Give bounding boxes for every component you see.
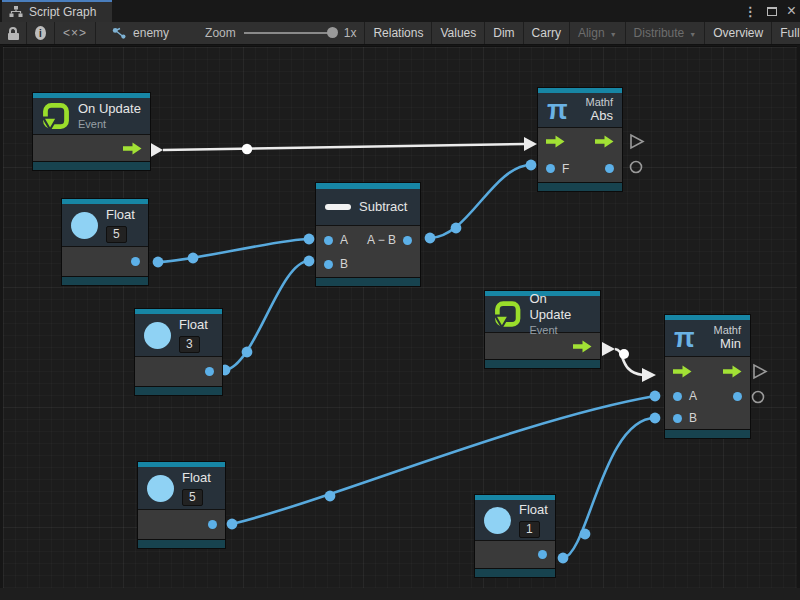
value-in-port-b[interactable] [673, 414, 682, 423]
close-icon[interactable]: × [787, 3, 796, 19]
node-category: Mathf [713, 324, 741, 336]
exec-in-port[interactable] [546, 135, 565, 148]
node-footer [62, 276, 148, 285]
loop-event-icon [42, 102, 70, 130]
wire-midpoint-dot[interactable] [188, 253, 199, 264]
connection-onupdate1-to-abs[interactable] [149, 137, 537, 158]
float-value-input[interactable]: 5 [106, 226, 127, 243]
node-float-5-bottom[interactable]: Float 5 [138, 462, 225, 548]
graph-canvas[interactable]: On Update Event π Mathf Abs [3, 46, 797, 588]
node-mathf-min[interactable]: π Mathf Min A [665, 315, 750, 438]
connection-float5bottom-to-min-a[interactable] [227, 391, 661, 530]
align-button[interactable]: Align▼ [570, 22, 626, 44]
node-float-1[interactable]: Float 1 [475, 495, 555, 577]
ghost-value-port-min[interactable] [753, 392, 764, 403]
wire-midpoint-dot[interactable] [451, 223, 462, 234]
value-in-port-a[interactable] [324, 236, 333, 245]
window-menu-icon[interactable]: ⋮ [744, 5, 757, 18]
info-icon: i [35, 26, 46, 40]
node-header: Float 1 [475, 500, 555, 540]
graph-breadcrumb[interactable]: enemy [96, 22, 177, 44]
tab-script-graph[interactable]: Script Graph [2, 0, 112, 22]
port-label: A − B [367, 233, 396, 247]
ghost-exec-port-abs[interactable] [631, 135, 643, 148]
float-icon [144, 322, 171, 349]
values-button[interactable]: Values [432, 22, 485, 44]
value-in-port-f[interactable] [546, 164, 555, 173]
node-title: Float [519, 502, 548, 518]
node-footer [475, 568, 555, 577]
node-on-update-1[interactable]: On Update Event [33, 93, 150, 170]
code-view-button[interactable]: <×> [55, 22, 96, 44]
connection-subtract-to-abs-f[interactable] [425, 160, 537, 244]
node-float-3[interactable]: Float 3 [135, 309, 222, 395]
value-out-port[interactable] [403, 236, 412, 245]
full-screen-button[interactable]: Full Screen [772, 22, 800, 44]
float-icon [484, 507, 511, 534]
node-subtract[interactable]: Subtract A A − B B [316, 183, 420, 286]
wire-midpoint-dot[interactable] [325, 491, 336, 502]
node-header: On Update Event [485, 296, 600, 332]
zoom-slider-track [244, 32, 336, 34]
zoom-slider[interactable] [244, 26, 336, 40]
node-title: Min [713, 336, 741, 352]
float-value-input[interactable]: 5 [182, 489, 203, 506]
exec-out-port[interactable] [595, 135, 614, 148]
script-graph-window: Script Graph ⋮ × i <×> enemy Z [0, 0, 800, 600]
lock-button[interactable] [0, 22, 27, 44]
value-out-port[interactable] [205, 367, 214, 376]
subtract-icon [325, 204, 351, 210]
ghost-exec-port-min[interactable] [754, 365, 766, 378]
relations-button[interactable]: Relations [365, 22, 432, 44]
dim-button[interactable]: Dim [485, 22, 523, 44]
node-title: Subtract [359, 199, 407, 215]
node-on-update-2[interactable]: On Update Event [485, 291, 600, 368]
node-title: On Update [529, 291, 591, 324]
value-in-port-a[interactable] [673, 392, 682, 401]
value-out-port[interactable] [538, 550, 547, 559]
value-out-port[interactable] [131, 257, 140, 266]
carry-button[interactable]: Carry [524, 22, 570, 44]
exec-out-port[interactable] [573, 340, 592, 353]
port-label: A [340, 233, 348, 247]
node-mathf-abs[interactable]: π Mathf Abs F [538, 88, 622, 191]
connection-onupdate2-to-min[interactable] [602, 342, 656, 382]
value-out-port[interactable] [208, 520, 217, 529]
node-title: Float [182, 470, 211, 486]
connection-float3-to-subtract-b[interactable] [220, 256, 315, 376]
node-subtitle: Event [529, 324, 591, 337]
node-category: Mathf [585, 96, 613, 108]
distribute-button[interactable]: Distribute▼ [626, 22, 706, 44]
zoom-control: Zoom 1x [177, 22, 365, 44]
node-title: Abs [585, 108, 613, 124]
title-bar: Script Graph ⋮ × [0, 0, 800, 22]
node-header: Subtract [316, 189, 420, 225]
float-value-input[interactable]: 3 [179, 336, 200, 353]
value-out-port[interactable] [605, 164, 614, 173]
node-footer [665, 429, 750, 438]
overview-button[interactable]: Overview [705, 22, 772, 44]
node-footer [138, 539, 225, 548]
wire-midpoint-dot[interactable] [619, 349, 629, 359]
maximize-icon[interactable] [767, 7, 777, 16]
connection-float5top-to-subtract-a[interactable] [153, 234, 315, 268]
value-out-port[interactable] [733, 392, 742, 401]
node-header: π Mathf Abs [538, 93, 622, 127]
chevron-down-icon: ▼ [610, 31, 617, 38]
exec-in-port[interactable] [673, 365, 692, 378]
node-footer [135, 386, 222, 395]
node-header: Float 5 [62, 204, 148, 246]
zoom-slider-handle[interactable] [327, 27, 338, 38]
wire-midpoint-dot[interactable] [242, 347, 253, 358]
wire-midpoint-dot[interactable] [242, 144, 252, 154]
node-float-5-top[interactable]: Float 5 [62, 199, 148, 285]
info-button[interactable]: i [27, 22, 55, 44]
wire-midpoint-dot[interactable] [580, 529, 591, 540]
connection-float1-to-min-b[interactable] [558, 413, 661, 564]
ghost-value-port-abs[interactable] [631, 162, 642, 173]
float-value-input[interactable]: 1 [519, 521, 540, 538]
exec-out-port[interactable] [723, 365, 742, 378]
port-label: F [562, 162, 569, 176]
value-in-port-b[interactable] [324, 260, 333, 269]
exec-out-port[interactable] [123, 142, 142, 155]
